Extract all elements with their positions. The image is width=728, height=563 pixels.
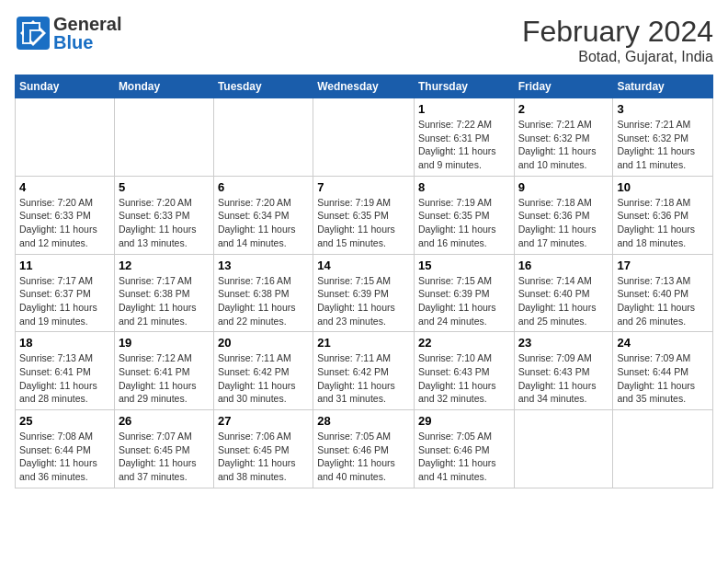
calendar-body: 1Sunrise: 7:22 AMSunset: 6:31 PMDaylight… xyxy=(16,98,713,488)
calendar-cell: 18Sunrise: 7:13 AMSunset: 6:41 PMDayligh… xyxy=(16,332,115,410)
calendar-cell: 11Sunrise: 7:17 AMSunset: 6:37 PMDayligh… xyxy=(16,254,115,332)
calendar-header: SundayMondayTuesdayWednesdayThursdayFrid… xyxy=(16,75,713,98)
title-area: February 2024 Botad, Gujarat, India xyxy=(522,15,713,65)
day-number: 4 xyxy=(19,180,110,194)
calendar-cell: 8Sunrise: 7:19 AMSunset: 6:35 PMDaylight… xyxy=(414,176,514,254)
calendar-cell: 27Sunrise: 7:06 AMSunset: 6:45 PMDayligh… xyxy=(213,410,313,488)
calendar-cell: 24Sunrise: 7:09 AMSunset: 6:44 PMDayligh… xyxy=(613,332,713,410)
day-info: Sunrise: 7:08 AMSunset: 6:44 PMDaylight:… xyxy=(19,430,110,484)
day-number: 5 xyxy=(119,180,210,194)
day-number: 3 xyxy=(617,102,709,116)
day-number: 12 xyxy=(119,259,210,272)
day-info: Sunrise: 7:09 AMSunset: 6:44 PMDaylight:… xyxy=(617,351,709,406)
day-number: 8 xyxy=(418,180,510,194)
day-number: 23 xyxy=(518,336,609,350)
calendar-cell: 17Sunrise: 7:13 AMSunset: 6:40 PMDayligh… xyxy=(613,254,713,332)
day-number: 9 xyxy=(518,180,609,194)
logo-icon xyxy=(15,15,51,52)
week-row-2: 4Sunrise: 7:20 AMSunset: 6:33 PMDaylight… xyxy=(16,176,713,254)
month-title: February 2024 xyxy=(522,15,713,49)
week-row-4: 18Sunrise: 7:13 AMSunset: 6:41 PMDayligh… xyxy=(16,332,713,410)
day-info: Sunrise: 7:12 AMSunset: 6:41 PMDaylight:… xyxy=(119,351,210,406)
logo-general-text: General xyxy=(53,15,121,33)
calendar-cell: 22Sunrise: 7:10 AMSunset: 6:43 PMDayligh… xyxy=(414,332,514,410)
day-info: Sunrise: 7:07 AMSunset: 6:45 PMDaylight:… xyxy=(119,430,210,484)
day-number: 26 xyxy=(119,414,210,428)
week-row-3: 11Sunrise: 7:17 AMSunset: 6:37 PMDayligh… xyxy=(16,254,713,332)
logo-text: General Blue xyxy=(53,15,121,52)
day-number: 25 xyxy=(19,414,110,428)
day-number: 16 xyxy=(518,259,609,272)
day-info: Sunrise: 7:05 AMSunset: 6:46 PMDaylight:… xyxy=(418,430,510,484)
calendar-cell: 6Sunrise: 7:20 AMSunset: 6:34 PMDaylight… xyxy=(213,176,313,254)
day-info: Sunrise: 7:11 AMSunset: 6:42 PMDaylight:… xyxy=(317,351,410,406)
day-number: 7 xyxy=(317,180,410,194)
calendar-cell: 7Sunrise: 7:19 AMSunset: 6:35 PMDaylight… xyxy=(313,176,415,254)
calendar-cell: 25Sunrise: 7:08 AMSunset: 6:44 PMDayligh… xyxy=(16,410,115,488)
day-number: 10 xyxy=(617,180,709,194)
day-info: Sunrise: 7:13 AMSunset: 6:41 PMDaylight:… xyxy=(19,351,110,406)
day-info: Sunrise: 7:17 AMSunset: 6:37 PMDaylight:… xyxy=(19,274,110,328)
day-number: 20 xyxy=(218,336,309,350)
day-info: Sunrise: 7:19 AMSunset: 6:35 PMDaylight:… xyxy=(418,196,510,250)
page-header: General Blue February 2024 Botad, Gujara… xyxy=(15,15,713,65)
day-number: 24 xyxy=(617,336,709,350)
calendar-cell: 1Sunrise: 7:22 AMSunset: 6:31 PMDaylight… xyxy=(414,98,514,177)
day-number: 17 xyxy=(617,259,709,272)
calendar-cell: 4Sunrise: 7:20 AMSunset: 6:33 PMDaylight… xyxy=(16,176,115,254)
day-info: Sunrise: 7:20 AMSunset: 6:34 PMDaylight:… xyxy=(218,196,309,250)
calendar-cell: 3Sunrise: 7:21 AMSunset: 6:32 PMDaylight… xyxy=(613,98,713,177)
logo-blue-text: Blue xyxy=(53,33,121,52)
calendar-cell xyxy=(514,410,613,488)
day-number: 14 xyxy=(317,259,410,272)
header-wednesday: Wednesday xyxy=(313,75,415,98)
day-info: Sunrise: 7:18 AMSunset: 6:36 PMDaylight:… xyxy=(617,196,709,250)
day-info: Sunrise: 7:09 AMSunset: 6:43 PMDaylight:… xyxy=(518,351,609,406)
calendar-cell xyxy=(613,410,713,488)
day-info: Sunrise: 7:15 AMSunset: 6:39 PMDaylight:… xyxy=(418,274,510,328)
day-info: Sunrise: 7:20 AMSunset: 6:33 PMDaylight:… xyxy=(19,196,110,250)
day-info: Sunrise: 7:11 AMSunset: 6:42 PMDaylight:… xyxy=(218,351,309,406)
day-info: Sunrise: 7:06 AMSunset: 6:45 PMDaylight:… xyxy=(218,430,309,484)
day-info: Sunrise: 7:13 AMSunset: 6:40 PMDaylight:… xyxy=(617,274,709,328)
calendar-cell: 19Sunrise: 7:12 AMSunset: 6:41 PMDayligh… xyxy=(114,332,213,410)
day-number: 15 xyxy=(418,259,510,272)
calendar-cell: 26Sunrise: 7:07 AMSunset: 6:45 PMDayligh… xyxy=(114,410,213,488)
calendar-cell: 5Sunrise: 7:20 AMSunset: 6:33 PMDaylight… xyxy=(114,176,213,254)
calendar-cell: 10Sunrise: 7:18 AMSunset: 6:36 PMDayligh… xyxy=(613,176,713,254)
day-info: Sunrise: 7:14 AMSunset: 6:40 PMDaylight:… xyxy=(518,274,609,328)
day-info: Sunrise: 7:05 AMSunset: 6:46 PMDaylight:… xyxy=(317,430,410,484)
day-number: 2 xyxy=(518,102,609,116)
day-info: Sunrise: 7:15 AMSunset: 6:39 PMDaylight:… xyxy=(317,274,410,328)
day-number: 19 xyxy=(119,336,210,350)
calendar-cell: 9Sunrise: 7:18 AMSunset: 6:36 PMDaylight… xyxy=(514,176,613,254)
calendar-cell xyxy=(313,98,415,177)
calendar-cell xyxy=(114,98,213,177)
day-number: 29 xyxy=(418,414,510,428)
calendar-cell xyxy=(213,98,313,177)
day-info: Sunrise: 7:19 AMSunset: 6:35 PMDaylight:… xyxy=(317,196,410,250)
header-thursday: Thursday xyxy=(414,75,514,98)
day-number: 27 xyxy=(218,414,309,428)
day-info: Sunrise: 7:22 AMSunset: 6:31 PMDaylight:… xyxy=(418,118,510,172)
calendar-cell: 20Sunrise: 7:11 AMSunset: 6:42 PMDayligh… xyxy=(213,332,313,410)
header-friday: Friday xyxy=(514,75,613,98)
calendar-cell: 23Sunrise: 7:09 AMSunset: 6:43 PMDayligh… xyxy=(514,332,613,410)
header-saturday: Saturday xyxy=(613,75,713,98)
calendar-cell xyxy=(16,98,115,177)
calendar-cell: 13Sunrise: 7:16 AMSunset: 6:38 PMDayligh… xyxy=(213,254,313,332)
logo: General Blue xyxy=(15,15,121,52)
day-info: Sunrise: 7:21 AMSunset: 6:32 PMDaylight:… xyxy=(518,118,609,172)
day-number: 18 xyxy=(19,336,110,350)
day-info: Sunrise: 7:17 AMSunset: 6:38 PMDaylight:… xyxy=(119,274,210,328)
location-text: Botad, Gujarat, India xyxy=(522,49,713,65)
header-sunday: Sunday xyxy=(16,75,115,98)
calendar-cell: 2Sunrise: 7:21 AMSunset: 6:32 PMDaylight… xyxy=(514,98,613,177)
calendar-cell: 16Sunrise: 7:14 AMSunset: 6:40 PMDayligh… xyxy=(514,254,613,332)
day-number: 1 xyxy=(418,102,510,116)
calendar-cell: 14Sunrise: 7:15 AMSunset: 6:39 PMDayligh… xyxy=(313,254,415,332)
day-number: 6 xyxy=(218,180,309,194)
calendar-table: SundayMondayTuesdayWednesdayThursdayFrid… xyxy=(15,75,713,488)
day-info: Sunrise: 7:18 AMSunset: 6:36 PMDaylight:… xyxy=(518,196,609,250)
calendar-cell: 12Sunrise: 7:17 AMSunset: 6:38 PMDayligh… xyxy=(114,254,213,332)
